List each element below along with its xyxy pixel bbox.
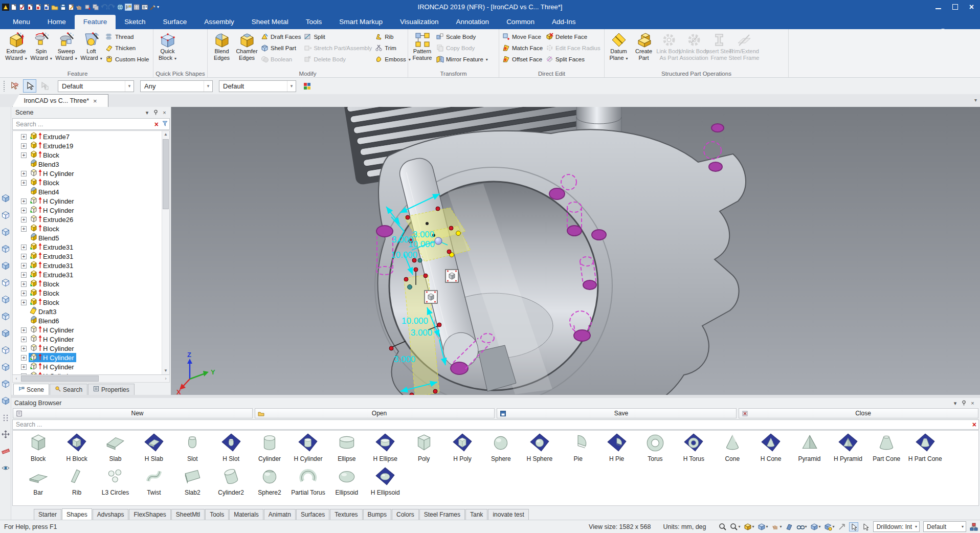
camera-pan-icon[interactable]: ▾ bbox=[771, 523, 782, 531]
scene-search-input[interactable]: Search ... × bbox=[12, 118, 170, 130]
catalog-item-h-ellipsoid[interactable]: H Ellipsoid bbox=[366, 467, 405, 496]
catalog-item-partial-torus[interactable]: Partial Torus bbox=[289, 467, 327, 496]
select-arrow-icon[interactable] bbox=[23, 79, 36, 93]
tree-item-block[interactable]: Block bbox=[29, 224, 61, 233]
move-tool-icon[interactable] bbox=[2, 430, 10, 440]
scale-body-button[interactable]: Scale Body bbox=[436, 33, 488, 41]
catalog-item-torus[interactable]: Torus bbox=[636, 433, 674, 462]
menu-tab-home[interactable]: Home bbox=[39, 15, 75, 29]
face-shading-icon[interactable] bbox=[785, 523, 793, 531]
tree-item-h-cylinder[interactable]: H Cylinder bbox=[29, 344, 76, 353]
scene-render-icon[interactable]: ▾ bbox=[810, 523, 821, 531]
tree-item-h-cylinder[interactable]: H Cylinder bbox=[29, 353, 76, 362]
catalog-item-part-cone[interactable]: Part Cone bbox=[867, 433, 906, 462]
catalog-item-h-cylinder[interactable]: H Cylinder bbox=[289, 433, 327, 462]
menu-tab-visualization[interactable]: Visualization bbox=[391, 15, 448, 29]
catalog-item-sphere[interactable]: Sphere bbox=[482, 433, 520, 462]
expand-icon[interactable]: + bbox=[21, 291, 27, 296]
catalog-item-cylinder[interactable]: Cylinder bbox=[250, 433, 288, 462]
default-style-select[interactable]: Default▾ bbox=[923, 521, 966, 532]
right-view-cube-icon[interactable] bbox=[2, 329, 10, 339]
tree-vertical-scrollbar[interactable]: ▲ ▼ bbox=[162, 131, 169, 374]
expand-icon[interactable]: + bbox=[21, 355, 27, 361]
menu-tab-surface[interactable]: Surface bbox=[154, 15, 196, 29]
expand-icon[interactable]: + bbox=[21, 281, 27, 287]
hidden-line-cube-icon[interactable] bbox=[2, 228, 10, 238]
catalog-close-button[interactable]: Close bbox=[739, 408, 978, 418]
expand-icon[interactable]: + bbox=[21, 134, 27, 140]
pattern-feature-button[interactable]: PatternFeature bbox=[410, 30, 435, 61]
insert-part-icon[interactable] bbox=[83, 3, 91, 11]
expand-icon[interactable]: + bbox=[21, 143, 27, 149]
shell-part-button[interactable]: Shell Part bbox=[261, 44, 301, 52]
menu-tab-feature[interactable]: Feature bbox=[75, 15, 116, 29]
expand-icon[interactable]: + bbox=[21, 226, 27, 232]
wireframe-cube-icon[interactable] bbox=[2, 211, 10, 221]
panel-close-icon[interactable]: × bbox=[160, 109, 169, 116]
render-brush-icon[interactable] bbox=[149, 3, 157, 11]
tree-item-h-cylinder[interactable]: H Cylinder bbox=[29, 335, 76, 344]
expand-icon[interactable]: + bbox=[21, 373, 27, 375]
filter-sort-icon[interactable] bbox=[161, 121, 169, 127]
catalog-item-h-ellipse[interactable]: H Ellipse bbox=[366, 433, 405, 462]
catalog-item-cylinder2[interactable]: Cylinder2 bbox=[212, 467, 250, 496]
loft-wizard-button[interactable]: LoftWizard ▾ bbox=[79, 30, 104, 62]
expand-icon[interactable]: + bbox=[21, 171, 27, 176]
catalog-item-slab2[interactable]: Slab2 bbox=[173, 467, 212, 496]
offset-face-button[interactable]: Offset Face bbox=[502, 55, 543, 63]
select-cursor-icon[interactable] bbox=[849, 522, 858, 531]
clear-search-icon[interactable]: × bbox=[152, 120, 161, 128]
triball-icon[interactable] bbox=[425, 291, 437, 303]
panel-tab-scene[interactable]: Scene bbox=[13, 384, 49, 395]
close-icon[interactable]: × bbox=[969, 5, 974, 10]
menu-tab-assembly[interactable]: Assembly bbox=[195, 15, 243, 29]
catalog-tab-surfaces[interactable]: Surfaces bbox=[296, 509, 329, 520]
expand-icon[interactable]: + bbox=[21, 208, 27, 213]
expand-icon[interactable]: + bbox=[21, 198, 27, 204]
grip-dots-icon[interactable] bbox=[2, 413, 10, 424]
catalog-item-slab[interactable]: Slab bbox=[96, 433, 135, 462]
move-face-button[interactable]: Move Face bbox=[502, 33, 543, 41]
section-cube-icon[interactable] bbox=[2, 245, 10, 255]
catalog-tab-animatn[interactable]: Animatn bbox=[264, 509, 296, 520]
mirror-feature-button[interactable]: Mirror Feature▾ bbox=[436, 55, 488, 63]
split-button[interactable]: Split bbox=[304, 33, 372, 41]
tree-item-block[interactable]: Block bbox=[29, 298, 61, 307]
quick-block-button[interactable]: QuickBlock ▾ bbox=[155, 30, 180, 62]
catalog-item-cone[interactable]: Cone bbox=[713, 433, 751, 462]
fly-mode-icon[interactable] bbox=[838, 523, 846, 531]
redo-icon[interactable] bbox=[108, 3, 116, 11]
web-render-icon[interactable] bbox=[116, 3, 124, 11]
menu-tab-smart-markup[interactable]: Smart Markup bbox=[330, 15, 391, 29]
catalog-tab-steel-frames[interactable]: Steel Frames bbox=[419, 509, 465, 520]
blend-edges-button[interactable]: BlendEdges bbox=[209, 30, 234, 61]
thicken-button[interactable]: Thicken bbox=[105, 44, 149, 52]
tree-item-block[interactable]: Block bbox=[29, 288, 61, 298]
display-settings-icon[interactable]: ▾ bbox=[824, 523, 835, 531]
catalog-item-h-block[interactable]: H Block bbox=[57, 433, 96, 462]
triball-icon[interactable] bbox=[446, 270, 458, 282]
qat-overflow-icon[interactable]: ▾ bbox=[157, 5, 159, 9]
catalog-close-icon[interactable]: × bbox=[968, 400, 977, 406]
tree-item-h-cylinder[interactable]: H Cylinder bbox=[29, 371, 76, 374]
catalog-item-h-slab[interactable]: H Slab bbox=[135, 433, 173, 462]
tree-item-extrude26[interactable]: Extrude26 bbox=[29, 215, 75, 224]
toolbar-grip[interactable] bbox=[3, 80, 6, 92]
chamfer-edges-button[interactable]: ChamferEdges bbox=[234, 30, 259, 61]
tree-item-h-cylinder[interactable]: H Cylinder bbox=[29, 196, 76, 206]
tree-item-h-cylinder[interactable]: H Cylinder bbox=[29, 362, 76, 371]
catalog-save-button[interactable]: Save bbox=[497, 408, 737, 418]
catalog-item-h-pie[interactable]: H Pie bbox=[597, 433, 636, 462]
expand-icon[interactable]: + bbox=[21, 263, 27, 269]
expand-icon[interactable]: + bbox=[21, 346, 27, 351]
sweep-wizard-button[interactable]: SweepWizard ▾ bbox=[54, 30, 79, 62]
top-view-cube-icon[interactable] bbox=[2, 295, 10, 305]
menu-tab-sketch[interactable]: Sketch bbox=[116, 15, 154, 29]
tree-item-blend3[interactable]: Blend3 bbox=[29, 160, 61, 169]
left-view-cube-icon[interactable] bbox=[2, 346, 10, 356]
catalog-tab-tank[interactable]: Tank bbox=[465, 509, 487, 520]
eye-tool-icon[interactable] bbox=[2, 464, 10, 474]
tree-item-extrude31[interactable]: Extrude31 bbox=[29, 242, 75, 252]
menu-tab-tools[interactable]: Tools bbox=[297, 15, 331, 29]
orthographic-cube-icon[interactable] bbox=[2, 278, 10, 288]
